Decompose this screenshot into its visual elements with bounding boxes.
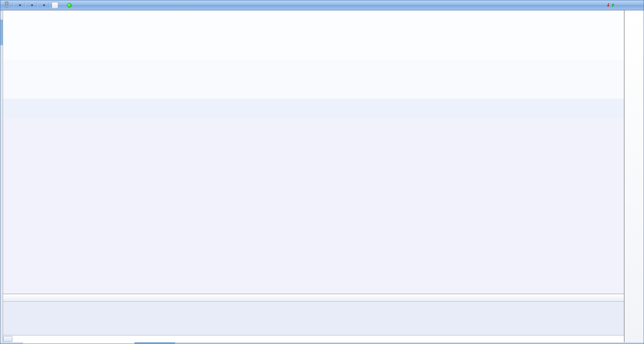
scroll-back-button[interactable] — [3, 336, 12, 342]
timeframe-dropdown[interactable]: ▼ — [28, 4, 34, 7]
price-axis[interactable] — [624, 10, 644, 342]
separator — [49, 2, 49, 9]
chevron-down-icon: ▼ — [42, 4, 46, 7]
separator — [13, 2, 13, 9]
chevron-down-icon: ▼ — [30, 4, 34, 7]
refresh-icon[interactable] — [606, 2, 615, 9]
session-open-dot-icon — [67, 3, 72, 8]
separator — [37, 2, 37, 9]
info-icon[interactable] — [52, 2, 58, 9]
titlebar[interactable]: ▼ ▼ ▼ — [0, 0, 644, 10]
scrollbar-thumb[interactable] — [135, 342, 175, 344]
price-chart-canvas[interactable] — [0, 0, 644, 344]
status-bar — [3, 294, 624, 302]
separator — [25, 2, 25, 9]
link-charts-icon[interactable] — [4, 1, 9, 9]
horizontal-scrollbar[interactable] — [0, 342, 644, 344]
scrollbar-viewed-range — [23, 342, 135, 344]
instrument-dropdown[interactable]: ▼ — [15, 4, 22, 7]
chevron-down-icon: ▼ — [18, 4, 22, 7]
units-dropdown[interactable]: ▼ — [40, 4, 46, 7]
vertical-scroll-thumb[interactable] — [0, 20, 3, 45]
left-scroll-strip[interactable] — [0, 10, 3, 342]
time-axis[interactable] — [3, 335, 624, 343]
